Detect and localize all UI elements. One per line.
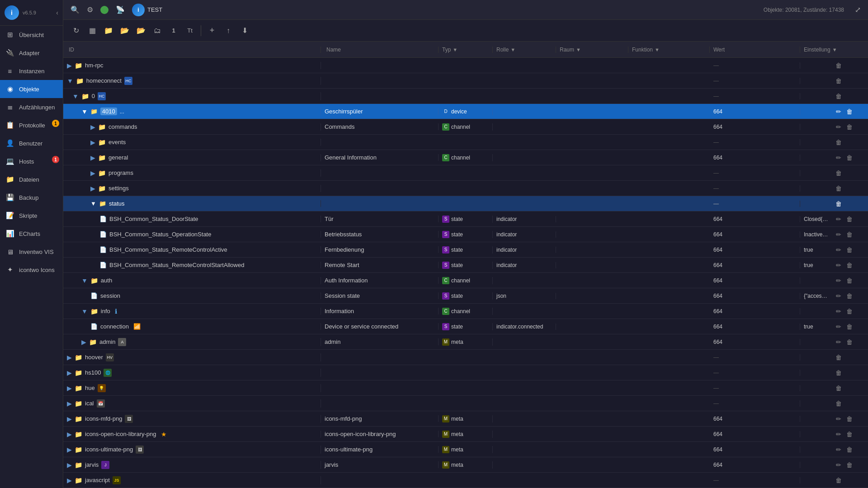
edit-button[interactable]: ✏ xyxy=(834,214,844,224)
einstellung-filter-icon[interactable]: ▼ xyxy=(832,47,837,52)
open-folder-button[interactable]: 📂 xyxy=(118,23,132,38)
table-row[interactable]: ▶ 📁 ical 📅 — 🗑 xyxy=(63,396,868,411)
text-button[interactable]: Tt xyxy=(183,23,197,38)
sidebar-item-inventwo[interactable]: 🖥 Inventwo VIS xyxy=(0,243,63,261)
table-row[interactable]: ▼ 📁 info ℹ Information C channel 664 ✏ 🗑 xyxy=(63,304,868,319)
table-row[interactable]: 📄 connection 📶 Device or service connect… xyxy=(63,319,868,334)
edit-button[interactable]: ✏ xyxy=(834,322,844,332)
col-header-typ[interactable]: Typ ▼ xyxy=(439,47,493,53)
delete-button[interactable]: 🗑 xyxy=(844,245,854,255)
download-button[interactable]: ⬇ xyxy=(237,23,252,38)
delete-button[interactable]: 🗑 xyxy=(834,383,844,393)
expand-icon[interactable]: ⤢ xyxy=(855,5,861,14)
sidebar-item-echarts[interactable]: 📊 ECharts xyxy=(0,225,63,243)
delete-button[interactable]: 🗑 xyxy=(844,153,854,163)
delete-button[interactable]: 🗑 xyxy=(834,475,844,485)
col-header-funktion[interactable]: Funktion ▼ xyxy=(628,47,710,53)
edit-button[interactable]: ✏ xyxy=(834,260,844,270)
folder-plus-button[interactable]: 📂 xyxy=(134,23,148,38)
delete-button[interactable]: 🗑 xyxy=(844,107,854,117)
delete-button[interactable]: 🗑 xyxy=(834,368,844,378)
table-row[interactable]: 📄 session Session state S state json 664… xyxy=(63,288,868,304)
table-row[interactable]: 📄 BSH_Common_Status_OperationState Betri… xyxy=(63,227,868,242)
table-row[interactable]: ▶ 📁 hue 💡 — 🗑 xyxy=(63,380,868,396)
delete-button[interactable]: 🗑 xyxy=(844,276,854,286)
sidebar-item-icontwo[interactable]: ✦ icontwo Icons xyxy=(0,261,63,279)
col-header-rolle[interactable]: Rolle ▼ xyxy=(493,47,556,53)
delete-button[interactable]: 🗑 xyxy=(844,230,854,239)
delete-button[interactable]: 🗑 xyxy=(834,399,844,408)
table-row[interactable]: ▼ 📁 0 HC — 🗑 xyxy=(63,89,868,104)
sidebar-item-objekte[interactable]: ◉ Objekte xyxy=(0,80,63,98)
table-row[interactable]: ▶ 📁 icons-ultimate-png 🖼 icons-ultimate-… xyxy=(63,442,868,457)
delete-button[interactable]: 🗑 xyxy=(834,183,844,193)
table-row[interactable]: 📄 BSH_Common_Status_RemoteControlStartAl… xyxy=(63,258,868,273)
archive-button[interactable]: 🗂 xyxy=(150,23,165,38)
delete-button[interactable]: 🗑 xyxy=(834,61,844,70)
sidebar-item-aufzahlungen[interactable]: ≣ Aufzählungen xyxy=(0,98,63,116)
edit-button[interactable]: ✏ xyxy=(834,245,844,255)
sidebar-item-hosts[interactable]: 💻 Hosts 1 xyxy=(0,152,63,170)
table-row[interactable]: ▶ 📁 hm-rpc — 🗑 xyxy=(63,58,868,73)
table-row[interactable]: ▶ 📁 hoover HV — 🗑 xyxy=(63,350,868,365)
search-icon[interactable]: 🔍 xyxy=(71,5,80,14)
delete-button[interactable]: 🗑 xyxy=(844,122,854,132)
sidebar-item-instanzen[interactable]: ≡ Instanzen xyxy=(0,62,63,80)
table-row[interactable]: ▶ 📁 jarvis J jarvis M meta 664 ✏ 🗑 xyxy=(63,457,868,473)
delete-button[interactable]: 🗑 xyxy=(834,168,844,178)
number-button[interactable]: 1 xyxy=(166,23,181,38)
sidebar-item-protokolle[interactable]: 📋 Protokolle 1 xyxy=(0,116,63,134)
delete-button[interactable]: 🗑 xyxy=(844,322,854,332)
sidebar-item-skripte[interactable]: 📝 Skripte xyxy=(0,206,63,225)
add-button[interactable]: + xyxy=(205,23,219,38)
delete-button[interactable]: 🗑 xyxy=(844,460,854,470)
table-row[interactable]: 📄 BSH_Common_Status_DoorState Tür S stat… xyxy=(63,211,868,227)
delete-button[interactable]: 🗑 xyxy=(844,414,854,424)
edit-button[interactable]: ✏ xyxy=(834,107,844,117)
delete-button[interactable]: 🗑 xyxy=(844,429,854,439)
delete-button[interactable]: 🗑 xyxy=(834,352,844,362)
edit-button[interactable]: ✏ xyxy=(834,276,844,286)
delete-button[interactable]: 🗑 xyxy=(834,91,844,101)
edit-button[interactable]: ✏ xyxy=(834,153,844,163)
upload-button[interactable]: ↑ xyxy=(221,23,236,38)
table-row[interactable]: ▶ 📁 events — 🗑 xyxy=(63,135,868,150)
table-row[interactable]: ▶ 📁 general General Information C channe… xyxy=(63,150,868,165)
edit-button[interactable]: ✏ xyxy=(834,445,844,455)
funktion-filter-icon[interactable]: ▼ xyxy=(655,47,660,52)
edit-button[interactable]: ✏ xyxy=(834,230,844,239)
table-row[interactable]: ▶ 📁 javascript JS — 🗑 xyxy=(63,473,868,488)
delete-button[interactable]: 🗑 xyxy=(834,137,844,147)
table-row[interactable]: ▶ 📁 hs100 🌐 — 🗑 xyxy=(63,365,868,380)
col-header-raum[interactable]: Raum ▼ xyxy=(556,47,628,53)
network-icon[interactable]: 📡 xyxy=(116,5,125,14)
sidebar-item-ubersicht[interactable]: ⊞ Übersicht xyxy=(0,26,63,44)
edit-button[interactable]: ✏ xyxy=(834,122,844,132)
col-header-einstellung[interactable]: Einstellung ▼ xyxy=(800,47,868,53)
table-row[interactable]: ▼ 📁 homeconnect HC — 🗑 xyxy=(63,73,868,89)
sidebar-collapse-button[interactable]: ‹ xyxy=(56,9,58,16)
settings-icon[interactable]: ⚙ xyxy=(87,5,93,14)
table-row[interactable]: ▼ 📁 auth Auth Information C channel 664 … xyxy=(63,273,868,288)
edit-button[interactable]: ✏ xyxy=(834,429,844,439)
delete-button[interactable]: 🗑 xyxy=(844,260,854,270)
table-row[interactable]: ▶ 📁 admin A admin M meta 664 ✏ 🗑 xyxy=(63,334,868,350)
grid-view-button[interactable]: ▦ xyxy=(85,23,99,38)
table-row[interactable]: ▶ 📁 settings — 🗑 xyxy=(63,181,868,196)
edit-button[interactable]: ✏ xyxy=(834,291,844,301)
delete-button[interactable]: 🗑 xyxy=(844,337,854,347)
sidebar-item-adapter[interactable]: 🔌 Adapter xyxy=(0,44,63,62)
edit-button[interactable]: ✏ xyxy=(834,306,844,316)
raum-filter-icon[interactable]: ▼ xyxy=(576,47,581,52)
sidebar-item-backup[interactable]: 💾 Backup xyxy=(0,188,63,206)
sidebar-item-dateien[interactable]: 📁 Dateien xyxy=(0,170,63,188)
delete-button[interactable]: 🗑 xyxy=(834,199,844,209)
edit-button[interactable]: ✏ xyxy=(834,337,844,347)
edit-button[interactable]: ✏ xyxy=(834,460,844,470)
delete-button[interactable]: 🗑 xyxy=(834,76,844,86)
table-row[interactable]: ▼ 📁 4010 ... Geschirrspüler D device 664… xyxy=(63,104,868,119)
sidebar-item-benutzer[interactable]: 👤 Benutzer xyxy=(0,134,63,152)
edit-button[interactable]: ✏ xyxy=(834,414,844,424)
refresh-button[interactable]: ↻ xyxy=(69,23,83,38)
delete-button[interactable]: 🗑 xyxy=(844,306,854,316)
